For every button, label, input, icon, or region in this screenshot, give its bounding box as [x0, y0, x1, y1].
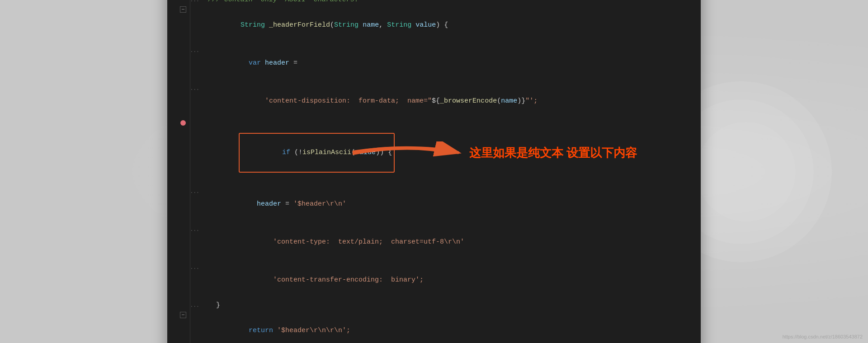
dots-5: ... [190, 82, 208, 95]
dots-10: ... [190, 299, 208, 312]
code-content: — /// Returns the header string for a fi… [167, 0, 701, 343]
gutter-3: — [176, 6, 190, 13]
code-line-5: ... 'content-disposition: form-data; nam… [176, 82, 687, 120]
fold-icon-11[interactable]: — [180, 312, 186, 318]
highlight-if-box: if (!isPlainAscii(value)) { [239, 133, 395, 173]
code-line-6: if (!isPlainAscii(value)) { 这里如果是纯文本 设置以… [176, 120, 687, 185]
line-code-3: String _headerForField(String name, Stri… [208, 6, 687, 44]
line-code-9: 'content-transfer-encoding: binary'; [208, 261, 687, 299]
fold-icon-3[interactable]: — [180, 6, 186, 13]
breakpoint-dot-6 [180, 120, 186, 126]
line-code-10: } [208, 299, 687, 312]
code-line-4: ... var header = [176, 44, 687, 82]
dots-2: ... [190, 0, 208, 6]
line-code-2: /// contain only ASCII characters. [208, 0, 687, 6]
line-code-4: var header = [208, 44, 687, 82]
code-line-2: ... /// contain only ASCII characters. [176, 0, 687, 6]
gutter-11: — [176, 312, 190, 318]
code-line-7: ... header = '$header\r\n' [176, 185, 687, 223]
line-code-11: return '$header\r\n\r\n'; [208, 312, 687, 343]
gutter-6 [176, 120, 190, 126]
code-panel: — /// Returns the header string for a fi… [167, 0, 701, 343]
line-code-5: 'content-disposition: form-data; name="$… [208, 82, 687, 120]
code-line-11: — return '$header\r\n\r\n'; [176, 312, 687, 343]
dots-8: ... [190, 223, 208, 236]
code-line-3: — String _headerForField(String name, St… [176, 6, 687, 44]
code-line-10: ... } [176, 299, 687, 312]
dots-9: ... [190, 261, 208, 274]
dots-4: ... [190, 44, 208, 57]
url-watermark: https://blog.csdn.net/z/18603543872 [783, 334, 863, 339]
code-line-9: ... 'content-transfer-encoding: binary'; [176, 261, 687, 299]
code-line-8: ... 'content-type: text/plain; charset=u… [176, 223, 687, 261]
line-code-7: header = '$header\r\n' [208, 185, 687, 223]
line-code-6: if (!isPlainAscii(value)) { [208, 120, 687, 185]
dots-7: ... [190, 185, 208, 198]
line-code-8: 'content-type: text/plain; charset=utf-8… [208, 223, 687, 261]
